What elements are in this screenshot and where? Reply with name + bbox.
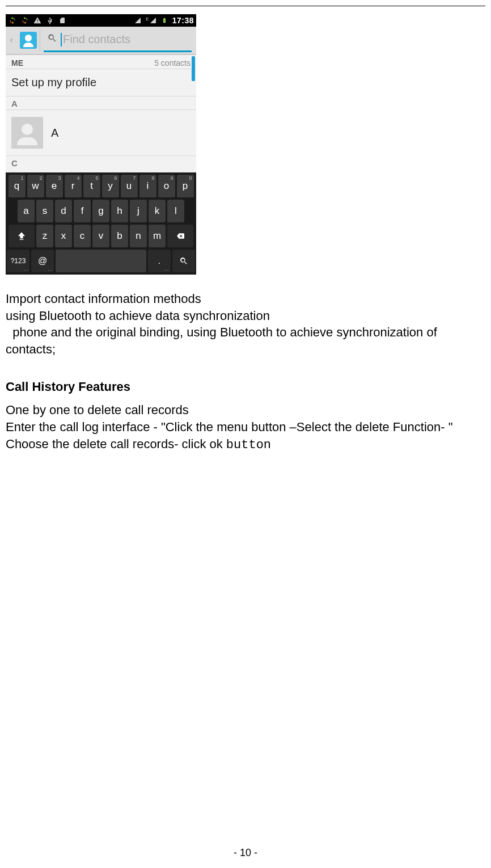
key-g[interactable]: g <box>92 200 109 222</box>
key-row-3: zxcvbnm <box>7 225 195 247</box>
key-f[interactable]: f <box>74 200 91 222</box>
key-e[interactable]: e3 <box>46 175 63 197</box>
person-icon <box>20 32 37 49</box>
contact-row-a[interactable]: A <box>6 110 196 156</box>
search-placeholder: Find contacts <box>63 33 130 46</box>
key-m[interactable]: m <box>149 225 166 247</box>
key-row-1: q1w2e3r4t5y6u7i8o9p0 <box>7 175 195 197</box>
symbols-key[interactable]: ?123 … <box>7 250 29 272</box>
status-left <box>8 16 67 25</box>
ellipsis-icon: … <box>164 267 169 272</box>
contacts-app-icon[interactable] <box>17 29 40 52</box>
space-key[interactable] <box>56 250 146 272</box>
key-l[interactable]: l <box>167 200 184 222</box>
search-icon <box>47 33 57 46</box>
key-o[interactable]: o9 <box>158 175 175 197</box>
key-superscript: 1 <box>20 175 23 181</box>
enter-search-key[interactable] <box>172 250 195 272</box>
search-icon <box>179 256 188 266</box>
key-i[interactable]: i8 <box>139 175 156 197</box>
key-y[interactable]: y6 <box>102 175 119 197</box>
setup-profile-row[interactable]: Set up my profile <box>6 69 196 96</box>
key-w[interactable]: w2 <box>27 175 44 197</box>
sd-icon <box>58 16 67 25</box>
contacts-count: 5 contacts <box>154 58 191 68</box>
status-right: E 17:38 <box>133 16 194 25</box>
signal-sim1-icon <box>133 16 142 25</box>
key-n[interactable]: n <box>130 225 147 247</box>
key-x[interactable]: x <box>55 225 72 247</box>
section-header-a: A <box>6 96 196 110</box>
mono-text: button <box>226 438 271 452</box>
warning-icon <box>33 16 42 25</box>
net-label: E <box>146 17 149 22</box>
key-r[interactable]: r4 <box>65 175 82 197</box>
key-j[interactable]: j <box>130 200 147 222</box>
contact-name: A <box>51 127 58 140</box>
key-z[interactable]: z <box>36 225 53 247</box>
key-superscript: 7 <box>133 175 136 181</box>
key-k[interactable]: k <box>149 200 166 222</box>
page-number: - 10 - <box>0 847 491 859</box>
key-t[interactable]: t5 <box>83 175 100 197</box>
key-row-4: ?123 … @ … . … <box>7 250 195 272</box>
battery-icon <box>160 16 169 25</box>
paragraph: phone and the original binding, using Bl… <box>6 324 485 357</box>
paragraph: One by one to delete call records <box>6 402 485 419</box>
ellipsis-icon: … <box>48 267 52 272</box>
back-button[interactable] <box>6 27 17 54</box>
period-key[interactable]: . … <box>148 250 171 272</box>
key-superscript: 6 <box>114 175 117 181</box>
key-superscript: 3 <box>58 175 61 181</box>
shift-key[interactable] <box>9 225 35 247</box>
status-time: 17:38 <box>172 16 194 25</box>
document-body: Import contact information methods using… <box>6 290 485 454</box>
key-superscript: 2 <box>39 175 42 181</box>
key-a[interactable]: a <box>18 200 35 222</box>
signal-sim2-wrap: E <box>146 17 156 24</box>
section-heading: Call History Features <box>6 378 485 395</box>
key-b[interactable]: b <box>111 225 128 247</box>
key-superscript: 9 <box>170 175 173 181</box>
key-p[interactable]: p0 <box>177 175 194 197</box>
symbols-label: ?123 <box>11 257 26 265</box>
paragraph: Import contact information methods <box>6 290 485 307</box>
svg-rect-0 <box>20 239 24 239</box>
avatar <box>11 117 43 149</box>
at-label: @ <box>38 256 47 266</box>
key-superscript: 8 <box>151 175 154 181</box>
key-s[interactable]: s <box>36 200 53 222</box>
key-c[interactable]: c <box>74 225 91 247</box>
paragraph: using Bluetooth to achieve data synchron… <box>6 307 485 325</box>
at-key[interactable]: @ … <box>31 250 54 272</box>
scroll-indicator[interactable] <box>192 56 195 81</box>
top-rule <box>6 6 485 6</box>
backspace-key[interactable] <box>167 225 193 247</box>
section-header-c: C <box>6 156 196 169</box>
me-section-header: ME 5 contacts <box>6 55 196 69</box>
key-superscript: 4 <box>77 175 79 181</box>
ellipsis-icon: … <box>23 267 28 272</box>
search-field[interactable]: Find contacts <box>44 29 192 52</box>
key-h[interactable]: h <box>111 200 128 222</box>
sync-icon <box>8 16 17 25</box>
status-bar: E 17:38 <box>6 14 196 27</box>
period-label: . <box>158 256 160 266</box>
setup-profile-label: Set up my profile <box>11 76 96 89</box>
contacts-list[interactable]: ME 5 contacts Set up my profile A A C <box>6 55 196 172</box>
me-label: ME <box>11 58 23 68</box>
key-superscript: 5 <box>95 175 98 181</box>
text-cursor <box>61 33 62 47</box>
key-q[interactable]: q1 <box>9 175 26 197</box>
key-v[interactable]: v <box>92 225 109 247</box>
app-bar: Find contacts <box>6 27 196 55</box>
chevron-left-icon <box>9 35 14 45</box>
backspace-icon <box>175 232 186 240</box>
sync-icon-2 <box>20 16 29 25</box>
key-u[interactable]: u7 <box>121 175 138 197</box>
shift-icon <box>17 231 26 241</box>
usb-icon <box>45 16 54 25</box>
key-d[interactable]: d <box>55 200 72 222</box>
signal-sim2-icon <box>150 17 156 24</box>
key-superscript: 0 <box>189 175 192 181</box>
